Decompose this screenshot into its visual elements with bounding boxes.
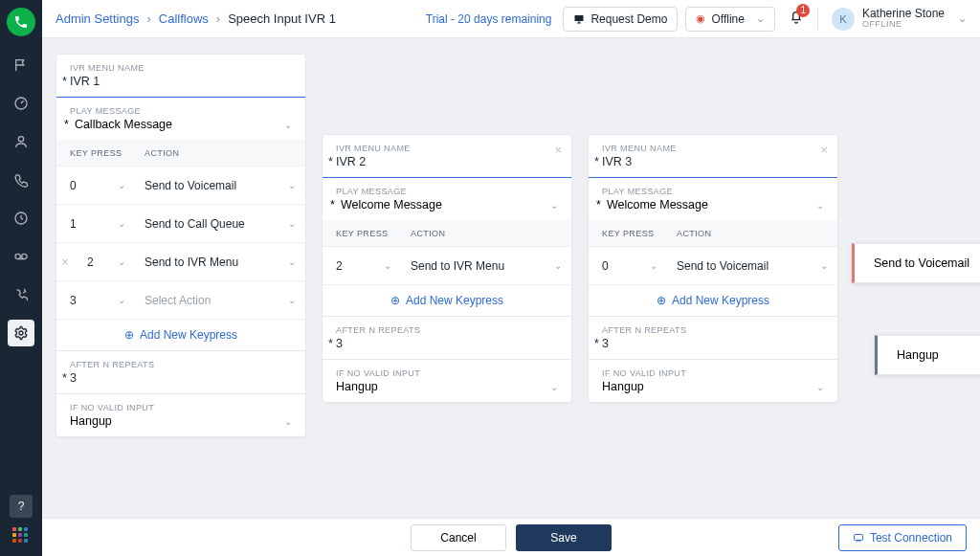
breadcrumb-current: Speech Input IVR 1 — [228, 11, 336, 26]
chevron-down-icon: ⌄ — [816, 382, 824, 392]
plus-icon: ⊕ — [124, 328, 134, 342]
add-keypress-button[interactable]: ⊕Add New Keypress — [589, 285, 837, 316]
ivr-name-field[interactable]: *IVR 3 — [589, 155, 837, 177]
left-nav: ? — [0, 0, 42, 556]
play-message-select[interactable]: *Welcome Message⌄ — [589, 198, 837, 220]
action-select[interactable]: Send to IVR Menu⌄ — [399, 259, 571, 273]
user-menu[interactable]: K Katherine Stone OFFLINE ⌄ — [817, 8, 967, 31]
ivr-name-field[interactable]: *IVR 1 — [56, 75, 305, 97]
call-icon[interactable] — [0, 161, 42, 199]
ivr-card-3: × IVR MENU NAME *IVR 3 PLAY MESSAGE *Wel… — [588, 134, 838, 403]
play-message-select[interactable]: *Callback Message⌄ — [56, 118, 305, 140]
chevron-right-icon: › — [146, 11, 150, 26]
voicemail-icon[interactable] — [0, 237, 42, 276]
repeats-field[interactable]: *3 — [589, 337, 837, 359]
play-message-label: PLAY MESSAGE — [56, 98, 305, 118]
user-status: OFFLINE — [862, 20, 945, 30]
help-icon[interactable]: ? — [10, 495, 33, 518]
request-demo-label: Request Demo — [590, 12, 667, 26]
ivr-menu-name-label: IVR MENU NAME — [56, 55, 305, 75]
chevron-down-icon: ⌄ — [550, 382, 558, 392]
add-keypress-button[interactable]: ⊕Add New Keypress — [323, 285, 571, 316]
no-valid-select[interactable]: Hangup⌄ — [323, 380, 571, 402]
topbar: Admin Settings › Callflows › Speech Inpu… — [42, 0, 980, 38]
keypress-select[interactable]: 1⌄ — [56, 217, 133, 231]
after-repeats-label: AFTER N REPEATS — [589, 317, 837, 337]
cancel-button[interactable]: Cancel — [411, 524, 506, 551]
chevron-down-icon: ⌄ — [816, 200, 824, 211]
dashboard-icon[interactable] — [0, 84, 42, 122]
keypress-select[interactable]: 0⌄ — [56, 179, 133, 192]
action-header: ACTION — [133, 148, 305, 158]
clock-icon[interactable] — [0, 199, 42, 237]
breadcrumb: Admin Settings › Callflows › Speech Inpu… — [56, 11, 336, 26]
connector-voicemail[interactable]: Send to Voicemail — [852, 243, 980, 283]
request-demo-button[interactable]: Request Demo — [563, 7, 678, 32]
save-button[interactable]: Save — [516, 524, 612, 551]
keypress-header: KEY PRESS — [323, 229, 399, 238]
ivr-card-1: IVR MENU NAME *IVR 1 PLAY MESSAGE *Callb… — [56, 54, 306, 437]
no-valid-input-label: IF NO VALID INPUT — [56, 394, 305, 414]
test-connection-button[interactable]: Test Connection — [838, 524, 967, 551]
keypress-select[interactable]: 2⌄ — [323, 259, 399, 273]
ivr-name-field[interactable]: *IVR 2 — [323, 155, 571, 177]
keypress-header: KEY PRESS — [589, 229, 665, 238]
notifications-button[interactable]: 1 — [789, 10, 804, 29]
notification-count: 1 — [796, 4, 810, 17]
breadcrumb-mid[interactable]: Callflows — [159, 11, 209, 26]
chevron-down-icon: ⌄ — [958, 12, 967, 25]
ivr-menu-name-label: IVR MENU NAME — [589, 135, 837, 155]
avatar: K — [832, 8, 855, 31]
ivr-menu-name-label: IVR MENU NAME — [323, 135, 571, 155]
no-valid-input-label: IF NO VALID INPUT — [589, 360, 837, 380]
keypress-select[interactable]: 3⌄ — [56, 294, 133, 307]
chevron-down-icon: ⌄ — [284, 416, 292, 427]
plus-icon: ⊕ — [657, 294, 666, 307]
presentation-icon — [573, 13, 585, 25]
ivr-card-2: × IVR MENU NAME *IVR 2 PLAY MESSAGE *Wel… — [322, 134, 572, 403]
repeats-field[interactable]: *3 — [323, 337, 571, 359]
settings-icon[interactable] — [8, 320, 34, 346]
no-valid-input-label: IF NO VALID INPUT — [323, 360, 571, 380]
phone-icon[interactable] — [7, 8, 35, 36]
action-select[interactable]: Send to IVR Menu⌄ — [133, 256, 305, 269]
keypress-row: 3⌄ Select Action⌄ — [56, 281, 305, 320]
play-message-label: PLAY MESSAGE — [323, 178, 571, 198]
svg-point-4 — [22, 254, 27, 258]
chevron-down-icon: ⌄ — [550, 200, 558, 211]
apps-grid-icon[interactable] — [12, 527, 30, 545]
svg-point-3 — [15, 254, 20, 258]
after-repeats-label: AFTER N REPEATS — [323, 317, 571, 337]
keypress-select[interactable]: 0⌄ — [589, 259, 665, 273]
no-valid-select[interactable]: Hangup⌄ — [56, 414, 305, 436]
after-repeats-label: AFTER N REPEATS — [56, 351, 305, 371]
keypress-row: 0⌄ Send to Voicemail⌄ — [56, 167, 305, 205]
repeats-field[interactable]: *3 — [56, 371, 305, 393]
action-select[interactable]: Select Action⌄ — [133, 294, 305, 307]
delete-row-icon[interactable]: × — [56, 256, 74, 269]
chevron-right-icon: › — [216, 11, 220, 26]
action-select[interactable]: Send to Voicemail⌄ — [665, 259, 837, 273]
svg-rect-7 — [854, 534, 862, 540]
flag-icon[interactable] — [0, 46, 42, 84]
test-connection-label: Test Connection — [870, 531, 952, 545]
status-dropdown[interactable]: ◉ Offline ⌄ — [685, 7, 774, 32]
connector-hangup[interactable]: Hangup — [875, 335, 980, 375]
keypress-row: × 2⌄ Send to IVR Menu⌄ — [56, 243, 305, 281]
action-select[interactable]: Send to Call Queue⌄ — [133, 217, 305, 231]
keypress-row: 0⌄ Send to Voicemail⌄ — [589, 247, 837, 285]
chevron-down-icon: ⌄ — [756, 12, 765, 25]
add-keypress-button[interactable]: ⊕Add New Keypress — [56, 320, 305, 350]
svg-rect-6 — [575, 15, 584, 21]
action-header: ACTION — [665, 229, 837, 238]
power-icon[interactable] — [0, 276, 42, 314]
breadcrumb-root[interactable]: Admin Settings — [56, 11, 139, 26]
play-message-label: PLAY MESSAGE — [589, 178, 837, 198]
no-valid-select[interactable]: Hangup⌄ — [589, 380, 837, 402]
play-message-select[interactable]: *Welcome Message⌄ — [323, 198, 571, 220]
keypress-select[interactable]: 2⌄ — [74, 256, 133, 269]
action-select[interactable]: Send to Voicemail⌄ — [133, 179, 305, 192]
status-dot-icon: ◉ — [696, 12, 705, 25]
trial-label: Trial - 20 days remaining — [426, 12, 552, 26]
user-icon[interactable] — [0, 122, 42, 161]
